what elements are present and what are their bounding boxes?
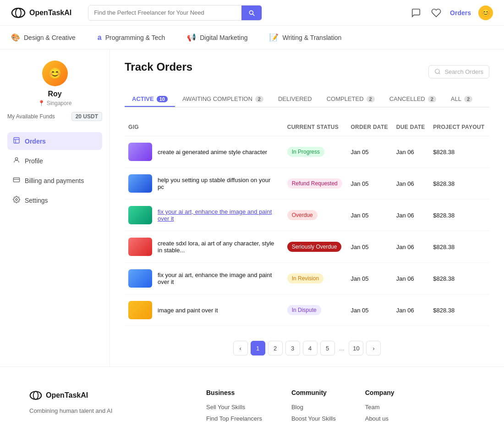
user-avatar[interactable]: 😊: [478, 6, 493, 20]
search-icon: [248, 9, 255, 17]
svg-point-9: [435, 69, 439, 73]
page-1-btn[interactable]: 1: [251, 341, 265, 355]
payout-5: $828.38: [429, 294, 489, 326]
message-icon[interactable]: [410, 6, 422, 19]
tab-delivered[interactable]: DELIVERED: [271, 92, 319, 107]
gig-title: fix your ai art, enhance the image and p…: [158, 208, 277, 222]
gig-thumbnail: [128, 174, 152, 193]
gig-thumbnail: [128, 301, 152, 319]
footer-col-community: Community Blog Boost Your Skills Support…: [291, 389, 336, 422]
nav-programming[interactable]: a Programming & Tech: [98, 33, 165, 42]
footer-link-find[interactable]: Find Top Freelancers: [206, 415, 262, 422]
page-4-btn[interactable]: 4: [303, 341, 318, 355]
gig-link[interactable]: fix your ai art, enhance the image and p…: [158, 208, 272, 222]
sidebar-item-orders[interactable]: Orders: [7, 132, 102, 150]
orders-search-icon: [434, 68, 441, 75]
nav-marketing[interactable]: 📢 Digital Marketing: [187, 33, 247, 42]
funds-row: My Available Funds 20 USDT: [7, 112, 102, 121]
nav-writing[interactable]: 📝 Writing & Translation: [269, 33, 341, 42]
all-badge: 2: [464, 96, 472, 102]
prev-page-btn[interactable]: ‹: [233, 341, 248, 355]
gig-thumbnail: [128, 238, 152, 256]
gig-title-text: help you setting up stable diffusion on …: [158, 177, 270, 190]
gig-cell-2: fix your ai art, enhance the image and p…: [125, 200, 284, 231]
svg-point-0: [12, 8, 25, 17]
footer: OpenTaskAI Combining human talent and AI…: [0, 366, 504, 422]
status-cell-3: Seriously Overdue: [284, 231, 347, 263]
favorites-icon[interactable]: [430, 6, 443, 19]
search-input[interactable]: [88, 6, 241, 20]
status-badge: Overdue: [287, 210, 318, 220]
orders-search[interactable]: Search Orders: [428, 65, 489, 78]
user-name: Roy: [48, 90, 61, 98]
search-button[interactable]: [241, 6, 262, 20]
order-date-1: Jan 05: [347, 168, 392, 200]
svg-rect-6: [13, 178, 19, 182]
tab-completed[interactable]: COMPLETED 2: [319, 92, 382, 107]
writing-icon: 📝: [269, 33, 279, 42]
gig-title-text: image and paint over it: [158, 307, 218, 314]
main-nav: 🎨 Design & Creative a Programming & Tech…: [0, 26, 504, 50]
settings-icon: [13, 196, 20, 205]
gig-cell-5: image and paint over it: [125, 294, 284, 326]
gig-title-text: create sdxl lora, ai art of any characte…: [158, 240, 274, 254]
page-3-btn[interactable]: 3: [285, 341, 300, 355]
gig-title: help you setting up stable diffusion on …: [158, 177, 277, 190]
tab-cancelled[interactable]: CANCELLED 2: [382, 92, 444, 107]
pagination: ‹ 1 2 3 4 5 ... 10 ›: [125, 341, 489, 355]
gig-title-text: create ai generated anime style characte…: [158, 149, 267, 155]
sidebar-item-settings[interactable]: Settings: [7, 191, 102, 209]
svg-point-11: [30, 391, 42, 400]
footer-brand: OpenTaskAI Combining human talent and AI…: [29, 389, 177, 422]
tab-all[interactable]: ALL 2: [444, 92, 480, 107]
table-row: image and paint over it In Dispute Jan 0…: [125, 294, 489, 326]
footer-tagline: Combining human talent and AI: [29, 407, 177, 414]
sidebar-item-profile[interactable]: Profile: [7, 152, 102, 170]
page-2-btn[interactable]: 2: [268, 341, 283, 355]
order-date-4: Jan 05: [347, 263, 392, 294]
svg-point-5: [15, 158, 17, 160]
page-5-btn[interactable]: 5: [320, 341, 335, 355]
gig-thumbnail: [128, 206, 152, 224]
gig-title: create ai generated anime style characte…: [158, 149, 267, 155]
table-row: create sdxl lora, ai art of any characte…: [125, 231, 489, 263]
payout-2: $828.38: [429, 200, 489, 231]
col-status: Current Status: [284, 118, 347, 136]
footer-link-blog[interactable]: Blog: [291, 404, 336, 411]
order-tabs: ACTIVE 10 AWAITING COMPLETION 2 DELIVERE…: [125, 92, 489, 107]
order-date-2: Jan 05: [347, 200, 392, 231]
gig-thumbnail: [128, 269, 152, 288]
billing-icon: [13, 176, 20, 185]
payout-4: $828.38: [429, 263, 489, 294]
footer-link-team[interactable]: Team: [365, 404, 410, 411]
svg-point-12: [33, 391, 38, 400]
logo[interactable]: OpenTaskAI: [11, 6, 71, 20]
sidebar-menu: Orders Profile Billing and payments Sett…: [7, 132, 102, 209]
footer-link-sell[interactable]: Sell Your Skills: [206, 404, 262, 411]
nav-design[interactable]: 🎨 Design & Creative: [11, 33, 76, 42]
next-page-btn[interactable]: ›: [366, 341, 381, 355]
footer-link-boost[interactable]: Boost Your Skills: [291, 415, 336, 422]
sidebar-item-billing[interactable]: Billing and payments: [7, 172, 102, 189]
footer-link-about[interactable]: About us: [365, 415, 410, 422]
svg-point-1: [16, 8, 21, 17]
table-row: fix your ai art, enhance the image and p…: [125, 200, 489, 231]
gig-cell-0: create ai generated anime style characte…: [125, 136, 284, 168]
table-row: create ai generated anime style characte…: [125, 136, 489, 168]
orders-icon: [13, 137, 20, 145]
due-date-2: Jan 06: [393, 200, 429, 231]
tab-awaiting[interactable]: AWAITING COMPLETION 2: [175, 92, 271, 107]
status-cell-2: Overdue: [284, 200, 347, 231]
status-badge: In Dispute: [287, 305, 321, 315]
due-date-3: Jan 06: [393, 231, 429, 263]
footer-logo: OpenTaskAI: [29, 389, 177, 402]
marketing-icon: 📢: [187, 33, 196, 42]
payout-3: $828.38: [429, 231, 489, 263]
location-icon: 📍: [38, 100, 45, 106]
page-10-btn[interactable]: 10: [349, 341, 363, 355]
main-content: 😊 Roy 📍 Singapore My Available Funds 20 …: [0, 50, 504, 366]
gig-title-text: fix your ai art, enhance the image and p…: [158, 272, 272, 285]
orders-link[interactable]: Orders: [450, 9, 471, 17]
tab-active[interactable]: ACTIVE 10: [125, 92, 175, 107]
due-date-5: Jan 06: [393, 294, 429, 326]
